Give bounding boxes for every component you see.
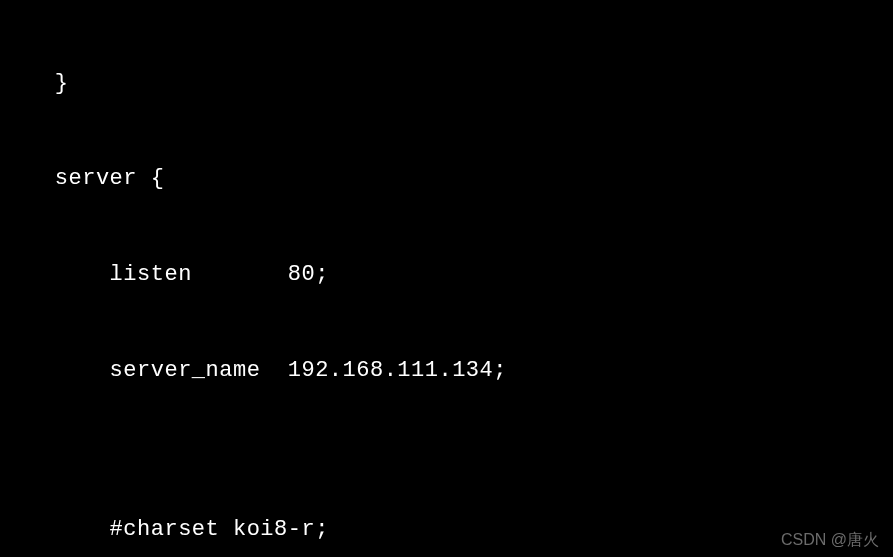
watermark-text: CSDN @唐火 — [781, 528, 879, 551]
code-block: } server { listen 80; server_name 192.16… — [0, 4, 893, 557]
code-line: server { — [0, 163, 893, 195]
code-line: #charset koi8-r; — [0, 514, 893, 546]
code-line: listen 80; — [0, 259, 893, 291]
code-line: server_name 192.168.111.134; — [0, 355, 893, 387]
code-line: } — [0, 68, 893, 100]
